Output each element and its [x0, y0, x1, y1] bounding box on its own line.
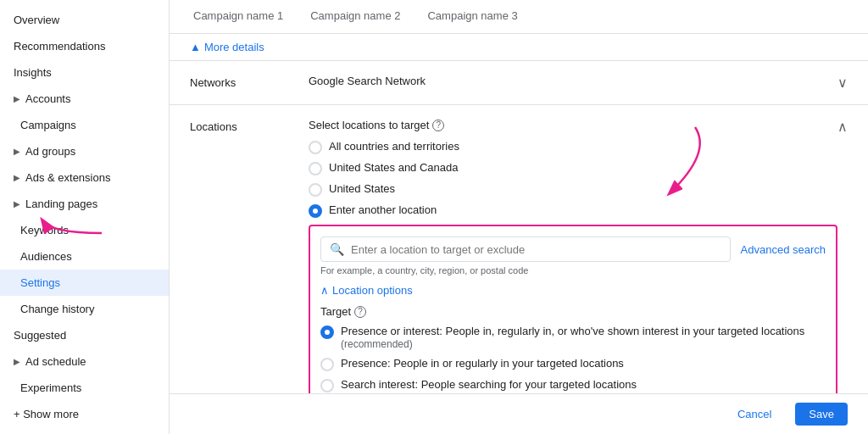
sidebar-item-accounts[interactable]: ▶ Accounts [0, 86, 169, 112]
sidebar: Overview Recommendations Insights ▶ Acco… [0, 0, 170, 434]
radio-label: Enter another location [329, 203, 437, 216]
cancel-button[interactable]: Cancel [724, 403, 785, 426]
radio-label: United States and Canada [329, 161, 459, 174]
main-content: Campaign name 1 Campaign name 2 Campaign… [170, 0, 868, 434]
sidebar-item-label: Campaigns [20, 119, 76, 131]
radio-button-search-interest[interactable] [320, 379, 334, 392]
radio-label-wrap: Presence or interest: People in, regular… [341, 325, 804, 350]
more-details-bar: ▲ More details [170, 34, 868, 61]
get-google-link[interactable]: Get the Google [0, 427, 169, 434]
search-hint: For example, a country, city, region, or… [320, 265, 826, 275]
target-label: Target [320, 305, 351, 318]
sidebar-item-label: Recommendations [14, 40, 105, 53]
sidebar-item-label: Suggested [14, 329, 66, 342]
sidebar-item-ad-schedule[interactable]: ▶ Ad schedule [0, 348, 169, 375]
sidebar-item-label: Insights [14, 66, 52, 79]
radio-presence[interactable]: Presence: People in or regularly in your… [320, 357, 826, 371]
sidebar-item-suggested[interactable]: Suggested [0, 322, 169, 348]
sidebar-item-label: Audiences [20, 250, 72, 263]
target-section: Target ? [320, 305, 826, 318]
radio-button-enter-another[interactable] [309, 204, 322, 218]
search-icon: 🔍 [330, 242, 344, 256]
radio-sub-label: (recommended) [341, 338, 413, 350]
radio-label: Presence: People in or regularly in your… [341, 357, 624, 370]
sidebar-item-label: Experiments [20, 381, 81, 394]
sidebar-item-ad-groups[interactable]: ▶ Ad groups [0, 138, 169, 164]
sidebar-item-show-more[interactable]: + Show more [0, 401, 169, 427]
chevron-up-icon: ∧ [837, 120, 848, 134]
sidebar-item-ads-extensions[interactable]: ▶ Ads & extensions [0, 164, 169, 191]
radio-button-all-countries[interactable] [309, 141, 322, 154]
sidebar-item-insights[interactable]: Insights [0, 59, 169, 86]
sidebar-item-campaigns[interactable]: Campaigns [0, 112, 169, 138]
tab-label: Campaign name 1 [193, 9, 283, 22]
sidebar-item-label: Settings [20, 276, 60, 289]
radio-enter-another[interactable]: Enter another location [309, 203, 837, 218]
settings-panel: Networks Google Search Network ∨ Locatio… [170, 61, 868, 393]
footer-bar: Cancel Save [170, 393, 868, 434]
sidebar-item-experiments[interactable]: Experiments [0, 375, 169, 401]
location-options-label: Location options [332, 284, 413, 297]
target-help-icon[interactable]: ? [354, 306, 366, 318]
radio-presence-or-interest[interactable]: Presence or interest: People in, regular… [320, 325, 826, 350]
networks-expand-icon[interactable]: ∨ [837, 75, 848, 91]
chevron-right-icon: ▶ [14, 173, 20, 182]
radio-button-united-states[interactable] [309, 183, 322, 197]
enter-location-box: 🔍 Advanced search For example, a country… [309, 225, 837, 393]
help-icon[interactable]: ? [432, 120, 444, 131]
networks-label: Networks [190, 75, 309, 89]
locations-row: Locations Select locations to target ? A… [170, 105, 868, 393]
chevron-up-icon: ∧ [320, 284, 329, 297]
chevron-right-icon: ▶ [14, 199, 20, 209]
chevron-right-icon: ▶ [14, 357, 20, 366]
sidebar-item-label: Ads & extensions [25, 171, 110, 184]
sidebar-item-settings[interactable]: Settings [0, 270, 169, 296]
chevron-down-icon: ∨ [837, 75, 848, 90]
sidebar-item-overview[interactable]: Overview [0, 7, 169, 33]
more-details-button[interactable]: ▲ More details [190, 41, 264, 53]
radio-button-presence[interactable] [320, 358, 334, 371]
advanced-search-link[interactable]: Advanced search [741, 243, 826, 256]
sidebar-item-label: Accounts [25, 92, 70, 105]
sidebar-item-keywords[interactable]: Keywords [0, 217, 169, 243]
save-button[interactable]: Save [795, 403, 848, 426]
sidebar-item-label: Overview [14, 14, 59, 26]
sidebar-item-label: Ad schedule [25, 355, 86, 368]
radio-all-countries[interactable]: All countries and territories [309, 140, 837, 154]
sidebar-item-recommendations[interactable]: Recommendations [0, 33, 169, 59]
chevron-right-icon: ▶ [14, 147, 20, 156]
locations-title-text: Select locations to target [309, 119, 429, 131]
topbar: Campaign name 1 Campaign name 2 Campaign… [170, 0, 868, 34]
sidebar-item-label: Change history [20, 303, 94, 315]
tab-campaign-2[interactable]: Campaign name 2 [307, 0, 403, 33]
sidebar-item-label: Ad groups [25, 145, 75, 158]
tab-label: Campaign name 3 [427, 9, 517, 22]
location-search-input[interactable] [351, 243, 721, 256]
sidebar-item-change-history[interactable]: Change history [0, 296, 169, 322]
radio-search-interest[interactable]: Search interest: People searching for yo… [320, 378, 826, 392]
radio-label: United States [329, 182, 395, 195]
chevron-right-icon: ▶ [14, 94, 20, 103]
radio-us-canada[interactable]: United States and Canada [309, 161, 837, 175]
sidebar-item-label: + Show more [14, 408, 79, 420]
tab-campaign-1[interactable]: Campaign name 1 [190, 0, 287, 33]
locations-collapse-icon[interactable]: ∧ [837, 119, 848, 135]
more-details-label: More details [204, 41, 264, 53]
radio-button-us-canada[interactable] [309, 162, 322, 175]
radio-label: All countries and territories [329, 140, 459, 153]
search-input-wrap: 🔍 [320, 236, 731, 262]
chevron-up-icon: ▲ [190, 41, 201, 53]
radio-button-presence-interest[interactable] [320, 326, 334, 339]
sidebar-item-landing-pages[interactable]: ▶ Landing pages [0, 191, 169, 217]
radio-label: Search interest: People searching for yo… [341, 378, 637, 391]
networks-value-text: Google Search Network [309, 75, 426, 87]
location-options-toggle[interactable]: ∧ Location options [320, 284, 826, 297]
locations-label: Locations [190, 119, 309, 133]
sidebar-item-audiences[interactable]: Audiences [0, 243, 169, 270]
radio-label: Presence or interest: People in, regular… [341, 325, 804, 337]
radio-united-states[interactable]: United States [309, 182, 837, 197]
content-area: ▲ More details Networks Google Search Ne… [170, 34, 868, 393]
tab-label: Campaign name 2 [310, 9, 400, 22]
tab-campaign-3[interactable]: Campaign name 3 [424, 0, 520, 33]
sidebar-item-label: Landing pages [25, 198, 97, 210]
